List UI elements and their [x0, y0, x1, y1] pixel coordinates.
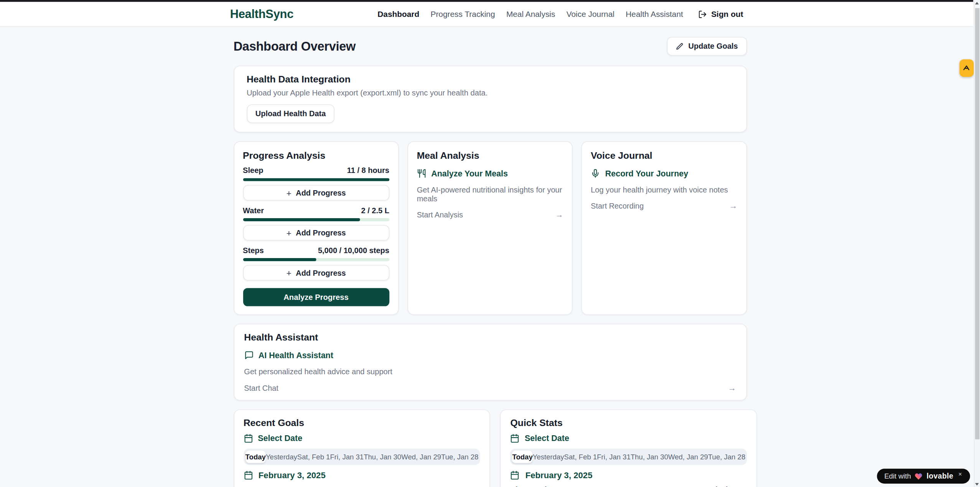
calendar-icon	[511, 434, 520, 443]
current-date[interactable]: February 3, 2025	[511, 471, 748, 480]
analyze-your-meals-link[interactable]: Analyze Your Meals	[417, 169, 563, 178]
metric-label: Sleep	[243, 166, 263, 175]
calendar-icon	[511, 471, 520, 480]
meal-description: Get AI-powered nutritional insights for …	[417, 186, 563, 203]
plus-icon: +	[287, 188, 292, 197]
select-date-label: Select Date	[525, 434, 569, 443]
lovable-label: lovable	[927, 472, 954, 480]
metric-label: Water	[243, 206, 264, 215]
integration-title: Health Data Integration	[247, 74, 733, 84]
voice-title: Voice Journal	[591, 150, 737, 161]
analyze-progress-button[interactable]: Analyze Progress	[243, 288, 389, 306]
feature-cards-row: Progress Analysis Sleep 11 / 8 hours + A…	[234, 141, 747, 315]
add-progress-button[interactable]: + Add Progress	[243, 265, 389, 281]
date-tab[interactable]: Wed, Jan 29	[668, 451, 708, 463]
date-tab-today[interactable]: Today	[245, 451, 266, 463]
edit-with-lovable-badge[interactable]: Edit with lovable ×	[877, 469, 970, 484]
metric-value: 11 / 8 hours	[347, 166, 389, 175]
add-progress-button[interactable]: + Add Progress	[243, 225, 389, 241]
meal-analysis-card: Meal Analysis Analyze Your Meals Get AI-…	[407, 141, 573, 315]
sleep-today-row: Sleep Today 11 / 8 hours	[511, 485, 748, 487]
select-date-button[interactable]: Select Date	[244, 434, 481, 443]
steps-progress-bar	[243, 258, 389, 261]
bottom-cards-row: Recent Goals Select Date Today Yesterday…	[234, 409, 747, 487]
date-tab[interactable]: Fri, Jan 31	[597, 451, 631, 463]
health-data-integration-card: Health Data Integration Upload your Appl…	[234, 66, 747, 132]
recent-goals-card: Recent Goals Select Date Today Yesterday…	[234, 409, 491, 487]
date-tab[interactable]: Thu, Jan 30	[631, 451, 668, 463]
scroll-up-button[interactable]	[974, 0, 980, 6]
brand-logo[interactable]: HealthSync	[230, 7, 293, 21]
record-your-journey-link[interactable]: Record Your Journey	[591, 169, 737, 178]
select-date-button[interactable]: Select Date	[511, 434, 748, 443]
progress-fill	[243, 178, 389, 181]
close-icon[interactable]: ×	[958, 470, 962, 477]
utensils-icon	[417, 169, 426, 178]
scrollbar-thumb[interactable]	[975, 8, 979, 439]
date-tab[interactable]: Sat, Feb 1	[297, 451, 330, 463]
date-tab-yesterday[interactable]: Yesterday	[533, 451, 564, 463]
nav-item-progress-tracking[interactable]: Progress Tracking	[431, 9, 495, 18]
lovable-launcher-button[interactable]	[959, 59, 973, 77]
current-date-label: February 3, 2025	[259, 471, 326, 480]
nav-item-health-assistant[interactable]: Health Assistant	[626, 9, 683, 18]
progress-fill	[243, 218, 360, 221]
start-analysis-action[interactable]: Start Analysis →	[417, 210, 563, 219]
assistant-link-label: AI Health Assistant	[259, 350, 333, 360]
assistant-description: Get personalized health advice and suppo…	[244, 367, 736, 376]
nav-item-dashboard[interactable]: Dashboard	[377, 9, 419, 18]
arrow-right-icon: →	[728, 383, 736, 392]
sign-out-button[interactable]: Sign out	[698, 9, 743, 18]
current-date[interactable]: February 3, 2025	[244, 471, 481, 480]
metric-sleep: Sleep 11 / 8 hours + Add Progress	[243, 166, 389, 201]
date-tab-yesterday[interactable]: Yesterday	[266, 451, 297, 463]
start-chat-label: Start Chat	[244, 383, 278, 392]
update-goals-button[interactable]: Update Goals	[667, 37, 746, 56]
scrollbar[interactable]	[973, 0, 980, 487]
screen: HealthSync Dashboard Progress Tracking M…	[0, 0, 980, 487]
start-chat-action[interactable]: Start Chat →	[244, 383, 736, 392]
calendar-icon	[244, 434, 253, 443]
recent-goals-title: Recent Goals	[244, 418, 481, 428]
date-tab[interactable]: Tue, Jan 28	[441, 451, 478, 463]
pencil-icon	[676, 42, 684, 50]
metric-value: 5,000 / 10,000 steps	[318, 246, 389, 255]
date-tabs: Today Yesterday Sat, Feb 1 Fri, Jan 31 T…	[511, 449, 748, 465]
nav-item-meal-analysis[interactable]: Meal Analysis	[506, 9, 555, 18]
add-progress-button[interactable]: + Add Progress	[243, 185, 389, 201]
stat-label: Sleep Today	[511, 485, 555, 487]
progress-title: Progress Analysis	[243, 150, 389, 161]
date-tab[interactable]: Sat, Feb 1	[564, 451, 597, 463]
metric-water: Water 2 / 2.5 L + Add Progress	[243, 206, 389, 241]
upload-health-data-button[interactable]: Upload Health Data	[247, 104, 334, 123]
arrow-right-icon: →	[555, 210, 563, 219]
heart-icon	[915, 472, 923, 480]
date-tab[interactable]: Fri, Jan 31	[330, 451, 364, 463]
header: HealthSync Dashboard Progress Tracking M…	[0, 2, 973, 27]
assistant-title: Health Assistant	[244, 332, 736, 342]
scroll-down-button[interactable]	[974, 481, 980, 487]
quick-stats-title: Quick Stats	[511, 418, 748, 428]
nav-item-voice-journal[interactable]: Voice Journal	[567, 9, 614, 18]
stat-value: 11 / 8 hours	[705, 485, 747, 487]
current-date-label: February 3, 2025	[525, 471, 593, 480]
sign-out-icon	[698, 10, 707, 18]
date-tab[interactable]: Thu, Jan 30	[364, 451, 401, 463]
meal-title: Meal Analysis	[417, 150, 563, 161]
start-recording-action[interactable]: Start Recording →	[591, 201, 737, 211]
edit-with-label: Edit with	[884, 472, 911, 480]
plus-icon: +	[287, 268, 292, 277]
meal-link-label: Analyze Your Meals	[431, 169, 508, 178]
metric-steps: Steps 5,000 / 10,000 steps + Add Progres…	[243, 246, 389, 281]
microphone-icon	[591, 169, 600, 178]
water-progress-bar	[243, 218, 389, 221]
date-tab-today[interactable]: Today	[512, 451, 532, 463]
ai-health-assistant-link[interactable]: AI Health Assistant	[244, 350, 736, 360]
voice-journal-card: Voice Journal Record Your Journey Log yo…	[581, 141, 747, 315]
up-arrow-icon	[975, 2, 979, 5]
add-progress-label: Add Progress	[296, 188, 346, 197]
date-tab[interactable]: Tue, Jan 28	[708, 451, 745, 463]
date-tab[interactable]: Wed, Jan 29	[401, 451, 441, 463]
progress-fill	[243, 258, 316, 261]
sign-out-label: Sign out	[711, 9, 743, 18]
